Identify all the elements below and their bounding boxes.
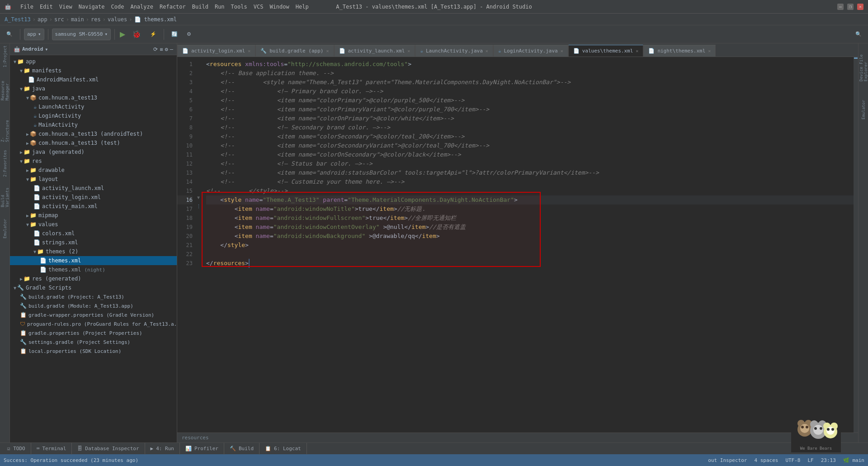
menu-build[interactable]: Build — [192, 4, 208, 10]
tree-item-proguard[interactable]: 🛡 proguard-rules.pro (ProGuard Rules for… — [10, 319, 177, 328]
tree-item-themes-xml[interactable]: 📄 themes.xml — [10, 256, 177, 265]
menu-help[interactable]: Help — [296, 4, 309, 10]
tree-item-activity-main[interactable]: 📄 activity_main.xml — [10, 202, 177, 211]
toolbar-search-btn[interactable]: 🔍 — [3, 28, 16, 41]
tree-item-app[interactable]: ▼ 📁 app — [10, 57, 177, 66]
tree-item-package-test[interactable]: ▶ 📦 com.hnucm.a_test13 (test) — [10, 138, 177, 147]
app-config-dropdown[interactable]: app ▾ — [24, 29, 44, 40]
menu-bar[interactable]: 🤖 File Edit View Navigate Code Analyze R… — [5, 4, 309, 10]
breadcrumb-item-res[interactable]: res — [91, 16, 101, 23]
device-dropdown[interactable]: samsung SM-G9550 ▾ — [52, 29, 111, 40]
tree-item-settings-gradle[interactable]: 🔧 settings.gradle (Project Settings) — [10, 338, 177, 347]
menu-tools[interactable]: Tools — [231, 4, 247, 10]
code-editor[interactable]: <resources xmlns:tools="http://schemas.a… — [202, 57, 854, 433]
sidebar-structure-icon[interactable]: Resource Manager — [0, 78, 9, 100]
tree-item-package-main[interactable]: ▼ 📦 com.hnucm.a_test13 — [10, 93, 177, 102]
tab-activity-login-xml[interactable]: 📄 activity_login.xml ✕ — [177, 45, 255, 57]
breadcrumb-item-src[interactable]: src — [54, 16, 64, 23]
tree-item-manifests[interactable]: ▼ 📁 manifests — [10, 66, 177, 75]
close-button[interactable]: ✕ — [857, 4, 863, 10]
sidebar-build-variants-icon[interactable]: Build Variants — [0, 185, 9, 207]
tab-close[interactable]: ✕ — [248, 48, 250, 53]
tree-item-mipmap[interactable]: ▶ 📁 mipmap — [10, 211, 177, 220]
tab-close-6[interactable]: ✕ — [636, 48, 638, 53]
menu-refactor[interactable]: Refactor — [160, 4, 186, 10]
breadcrumb-item-values[interactable]: values — [108, 16, 127, 23]
breadcrumb-item-app[interactable]: app — [38, 16, 47, 23]
fold-icon-16[interactable]: ▼ — [197, 195, 200, 200]
tree-item-res-generated[interactable]: ▶ 📁 res (generated) — [10, 274, 177, 283]
gear-icon[interactable]: ⚙ — [165, 46, 168, 52]
tab-night-themes-xml[interactable]: 📄 night\themes.xml ✕ — [643, 45, 716, 57]
tab-build[interactable]: 🔨 Build — [224, 443, 259, 455]
tree-item-build-gradle-module[interactable]: 🔧 build.gradle (Module: A_Test13.app) — [10, 301, 177, 310]
menu-code[interactable]: Code — [111, 4, 124, 10]
tree-item-java-generated[interactable]: ▶ 📁 java (generated) — [10, 147, 177, 157]
menu-run[interactable]: Run — [215, 4, 225, 10]
menu-file[interactable]: File — [20, 4, 33, 10]
tab-database-inspector[interactable]: 🗄 Database Inspector — [72, 443, 145, 455]
tree-item-loginactivity[interactable]: ☕ LoginActivity — [10, 111, 177, 120]
tab-build-gradle[interactable]: 🔧 build.gradle (app) ✕ — [255, 45, 334, 57]
tree-item-layout[interactable]: ▼ 📁 layout — [10, 175, 177, 184]
editor-content[interactable]: 1 2 3 4 5 6 7 8 9 10 11 12 13 14 15 16 1… — [177, 57, 858, 433]
breadcrumb-item-file[interactable]: 📄 themes.xml — [134, 16, 177, 23]
tree-item-strings[interactable]: 📄 strings.xml — [10, 238, 177, 247]
sidebar-favorites-icon[interactable]: 2:Favorites — [0, 152, 9, 175]
tree-item-themes-folder[interactable]: ▼ 📁 themes (2) — [10, 247, 177, 256]
tree-item-activity-login[interactable]: 📄 activity_login.xml — [10, 193, 177, 202]
tab-launchactivity[interactable]: ☕ LaunchActivity.java ✕ — [415, 45, 493, 57]
collapse-icon[interactable]: — — [170, 46, 173, 52]
tree-item-package-androidtest[interactable]: ▶ 📦 com.hnucm.a_test13 (androidTest) — [10, 129, 177, 138]
tab-profiler[interactable]: 📊 Profiler — [180, 443, 224, 455]
tab-loginactivity[interactable]: ☕ LoginActivity.java ✕ — [493, 45, 568, 57]
tree-item-themes-xml-night[interactable]: 📄 themes.xml (night) — [10, 265, 177, 274]
profile-button[interactable]: ⚡ — [146, 28, 160, 41]
tab-logcat[interactable]: 📋 6: Logcat — [259, 443, 307, 455]
window-controls[interactable]: — ❐ ✕ — [837, 4, 863, 10]
tree-item-gradle-wrapper[interactable]: 📋 gradle-wrapper.properties (Gradle Vers… — [10, 310, 177, 319]
tab-close-3[interactable]: ✕ — [407, 48, 410, 53]
maximize-button[interactable]: ❐ — [847, 4, 854, 10]
spaces-label[interactable]: 4 spaces — [754, 457, 778, 463]
panel-icons[interactable]: ⟳ ≡ ⚙ — — [153, 46, 173, 52]
tree-item-launchactivity[interactable]: ☕ LaunchActivity — [10, 102, 177, 111]
sync-button[interactable]: 🔄 — [168, 28, 181, 41]
tab-values-themes-xml[interactable]: 📄 values\themes.xml ✕ — [568, 45, 644, 57]
gutter-icon-17[interactable]: ⋮ — [196, 204, 201, 209]
tab-run[interactable]: ▶ 4: Run — [145, 443, 180, 455]
sidebar-emulator-right[interactable]: Emulator — [859, 91, 868, 128]
tree-item-colors[interactable]: 📄 colors.xml — [10, 229, 177, 238]
tab-close-4[interactable]: ✕ — [486, 48, 488, 53]
tree-item-androidmanifest[interactable]: 📄 AndroidManifest.xml — [10, 75, 177, 84]
tree-item-mainactivity[interactable]: ☕ MainActivity — [10, 120, 177, 129]
tree-item-gradle-properties[interactable]: 📋 gradle.properties (Project Properties) — [10, 328, 177, 338]
search-everywhere-button[interactable]: 🔍 — [852, 28, 865, 41]
tree-item-java[interactable]: ▼ 📁 java — [10, 84, 177, 93]
run-button[interactable]: ▶ — [118, 28, 127, 41]
tab-close-2[interactable]: ✕ — [326, 48, 329, 53]
tree-item-local-properties[interactable]: 📋 local.properties (SDK Location) — [10, 347, 177, 356]
tab-close-7[interactable]: ✕ — [708, 48, 711, 53]
tab-close-5[interactable]: ✕ — [561, 48, 563, 53]
encoding-label[interactable]: UTF-8 — [785, 457, 800, 463]
menu-edit[interactable]: Edit — [40, 4, 53, 10]
tab-activity-launch[interactable]: 📄 activity_launch.xml ✕ — [334, 45, 415, 57]
menu-window[interactable]: Window — [269, 4, 289, 10]
tree-item-gradle-scripts[interactable]: ▼ 🔧 Gradle Scripts — [10, 283, 177, 292]
filter-icon[interactable]: ≡ — [160, 46, 163, 52]
sidebar-project-icon[interactable]: 1:Project — [0, 45, 9, 68]
sync-structure-icon[interactable]: ⟳ — [153, 46, 158, 52]
tree-item-drawable[interactable]: ▶ 📁 drawable — [10, 166, 177, 175]
tree-item-build-gradle-project[interactable]: 🔧 build.gradle (Project: A_Test13) — [10, 292, 177, 301]
tab-todo[interactable]: ☑ TODO — [2, 443, 31, 455]
menu-view[interactable]: View — [59, 4, 72, 10]
breadcrumb-item-project[interactable]: A_Test13 — [5, 16, 31, 23]
sidebar-emulator-icon[interactable]: Emulator — [0, 217, 9, 240]
minimize-button[interactable]: — — [837, 4, 844, 10]
menu-navigate[interactable]: Navigate — [79, 4, 105, 10]
tree-item-res[interactable]: ▼ 📁 res — [10, 157, 177, 166]
tree-item-activity-launch[interactable]: 📄 activity_launch.xml — [10, 184, 177, 193]
line-ending-label[interactable]: LF — [808, 457, 814, 463]
settings-button[interactable]: ⚙ — [183, 28, 195, 41]
